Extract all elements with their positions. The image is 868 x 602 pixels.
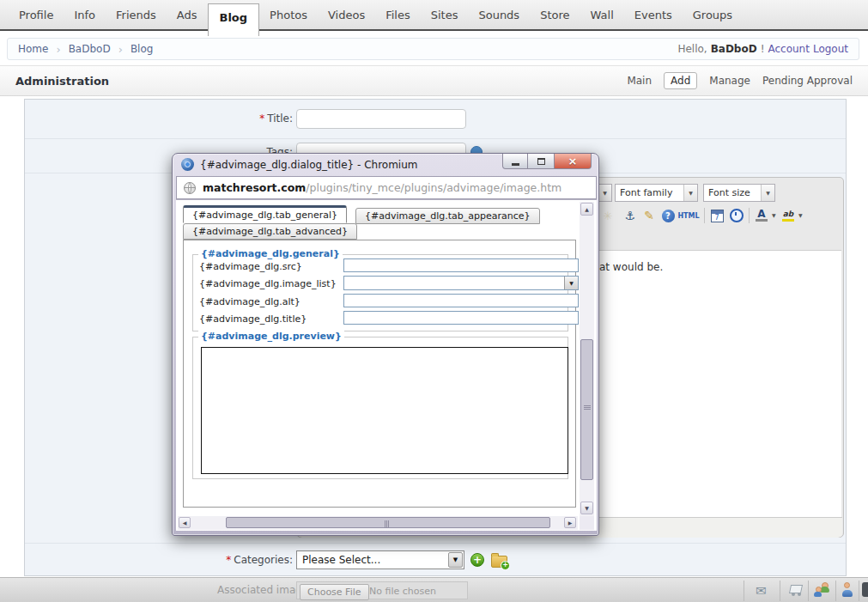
title-field-label: {#advimage_dlg.title} <box>199 313 307 325</box>
general-tab-panel: {#advimage_dlg.general} {#advimage_dlg.s… <box>183 240 576 508</box>
image-list-select[interactable]: ▼ <box>343 276 579 290</box>
paintbrush-icon[interactable]: ✎ <box>640 206 658 225</box>
horizontal-scroll-thumb[interactable] <box>226 517 550 528</box>
breadcrumb-user[interactable]: BaDboD <box>69 43 111 55</box>
help-icon[interactable]: ? <box>659 206 677 225</box>
nav-tab-friends[interactable]: Friends <box>106 1 167 29</box>
manage-categories-folder-icon[interactable]: + <box>491 556 507 568</box>
alt-input[interactable] <box>343 294 579 307</box>
nav-tab-info[interactable]: Info <box>64 1 106 29</box>
image-list-label: {#advimage_dlg.image_list} <box>199 278 337 289</box>
nav-tab-groups[interactable]: Groups <box>683 1 743 29</box>
no-file-chosen-text: No file chosen <box>369 586 436 597</box>
nav-tab-videos[interactable]: Videos <box>318 1 375 29</box>
mail-icon[interactable]: ✉ <box>756 583 767 599</box>
chevron-down-icon[interactable]: ▼ <box>798 212 803 218</box>
vertical-scroll-thumb[interactable] <box>580 339 593 480</box>
friends-icon[interactable] <box>814 582 830 597</box>
logout-link[interactable]: Logout <box>813 43 848 55</box>
required-marker: * <box>259 112 264 125</box>
toolbar-separator <box>808 581 809 601</box>
html-source-icon[interactable]: HTML <box>677 206 700 225</box>
breadcrumb: Home › BaDboD › Blog Hello, BaDboD ! Acc… <box>7 38 859 60</box>
scrollbar-corner <box>580 516 594 530</box>
cart-icon[interactable] <box>787 584 803 596</box>
nav-tab-sites[interactable]: Sites <box>421 1 469 29</box>
insert-date-icon[interactable]: 7 <box>708 206 725 225</box>
top-navigation: Profile Info Friends Ads Blog Photos Vid… <box>0 0 868 31</box>
nav-tab-events[interactable]: Events <box>624 1 683 29</box>
profile-icon[interactable] <box>841 582 853 597</box>
maximize-button[interactable] <box>528 154 554 169</box>
administration-bar: Administration Main Add Manage Pending A… <box>0 65 868 96</box>
src-input[interactable] <box>343 258 579 272</box>
scroll-right-icon[interactable]: ▶ <box>564 517 576 528</box>
greeting-username: BaDboD <box>711 43 757 55</box>
nav-tab-store[interactable]: Store <box>530 1 580 29</box>
admin-menu-manage[interactable]: Manage <box>709 75 750 87</box>
breadcrumb-home[interactable]: Home <box>18 43 48 55</box>
chevron-separator-icon: › <box>118 43 123 56</box>
nav-tab-photos[interactable]: Photos <box>259 1 318 29</box>
scroll-down-icon[interactable]: ▼ <box>580 502 593 514</box>
backcolor-letters: ab <box>783 210 794 218</box>
scroll-up-icon[interactable]: ▲ <box>580 203 593 216</box>
title-field-input[interactable] <box>343 311 579 325</box>
chevron-down-icon: ▼ <box>683 185 697 201</box>
nav-tab-files[interactable]: Files <box>375 1 421 29</box>
help-mark: ? <box>662 210 675 222</box>
toolbar-font-size-select[interactable]: Font size▼ <box>703 184 775 202</box>
chevron-down-icon[interactable]: ▼ <box>772 212 776 218</box>
plus-badge: + <box>501 561 510 570</box>
dialog-title-bar[interactable]: {#advimage_dlg.dialog_title} - Chromium … <box>173 154 598 176</box>
nav-tab-profile[interactable]: Profile <box>9 1 64 29</box>
forecolor-letter: A <box>757 210 765 218</box>
chevron-down-icon[interactable]: ▼ <box>564 277 578 289</box>
file-input[interactable]: Choose File No file chosen <box>296 581 468 599</box>
tab-advanced[interactable]: {#advimage_dlg.tab_advanced} <box>183 223 357 240</box>
nav-tab-sounds[interactable]: Sounds <box>468 1 530 29</box>
anchor-icon[interactable]: ⚓ <box>622 206 639 225</box>
toolbar-separator <box>859 581 859 601</box>
add-category-icon[interactable]: + <box>470 553 484 567</box>
partial-icon[interactable] <box>862 582 868 597</box>
toolbar-font-family-select[interactable]: Font family▼ <box>615 184 698 202</box>
horizontal-scrollbar[interactable]: ◀ ▶ <box>178 516 578 530</box>
toolbar-separator <box>780 581 780 601</box>
categories-label: *Categories: <box>25 554 293 566</box>
calendar-digit: 7 <box>711 210 724 222</box>
breadcrumb-blog[interactable]: Blog <box>131 43 154 55</box>
chevron-down-icon: ▼ <box>761 185 774 201</box>
title-input[interactable] <box>296 109 466 129</box>
font-color-icon[interactable]: A <box>753 206 770 225</box>
highlight-color-icon[interactable]: ab <box>780 206 797 225</box>
emotions-icon[interactable]: ✳ <box>599 206 616 225</box>
chevron-down-icon: ▼ <box>598 185 611 201</box>
minimize-button[interactable] <box>502 154 528 169</box>
globe-icon <box>184 182 196 194</box>
admin-menu-add-active[interactable]: Add <box>664 72 697 89</box>
close-button[interactable]: × <box>554 154 592 169</box>
preview-area <box>201 347 568 474</box>
address-bar[interactable]: matchresort.com/plugins/tiny_mce/plugins… <box>176 176 597 199</box>
tab-appearance[interactable]: {#advimage_dlg.tab_appearance} <box>355 208 540 224</box>
account-link[interactable]: Account <box>768 43 809 55</box>
nav-tab-wall[interactable]: Wall <box>580 1 624 29</box>
toolbar-separator <box>744 581 744 601</box>
tab-general-active[interactable]: {#advimage_dlg.tab_general} <box>183 205 347 223</box>
chevron-separator-icon: › <box>56 43 60 56</box>
bottom-toolbar: Associated image: Choose File No file ch… <box>0 577 868 602</box>
nav-tab-ads[interactable]: Ads <box>167 1 208 29</box>
vertical-scrollbar[interactable]: ▲ ▼ <box>580 202 594 516</box>
choose-file-button[interactable]: Choose File <box>300 584 369 600</box>
nav-tab-blog-active[interactable]: Blog <box>208 3 260 36</box>
admin-menu-pending-approval[interactable]: Pending Approval <box>762 75 853 87</box>
insert-time-icon[interactable] <box>728 206 745 225</box>
chevron-down-icon[interactable]: ▼ <box>448 552 463 568</box>
required-marker: * <box>226 554 231 566</box>
categories-select[interactable]: Please Select... ▼ <box>296 550 464 569</box>
admin-menu-main[interactable]: Main <box>627 75 652 87</box>
greeting-suffix: ! <box>761 43 765 55</box>
url-host: matchresort.com <box>203 181 306 194</box>
scroll-left-icon[interactable]: ◀ <box>179 517 191 528</box>
